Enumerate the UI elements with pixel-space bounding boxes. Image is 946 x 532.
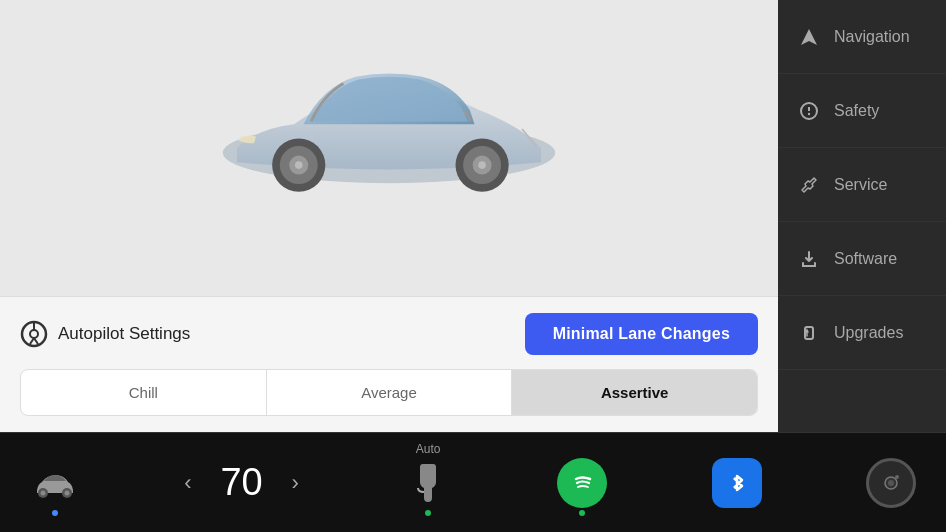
upgrades-icon — [798, 322, 820, 344]
speed-value: 70 — [212, 461, 272, 504]
sidebar-item-service[interactable]: Service — [778, 148, 946, 222]
software-label: Software — [834, 250, 897, 268]
seat-auto-label: Auto — [416, 442, 441, 456]
sidebar-item-upgrades[interactable]: Upgrades — [778, 296, 946, 370]
svg-point-8 — [478, 161, 486, 169]
bluetooth-icon — [712, 458, 762, 508]
sidebar-item-safety[interactable]: Safety — [778, 74, 946, 148]
svg-marker-14 — [801, 29, 817, 45]
car-active-dot — [52, 510, 58, 516]
speed-display: ‹ 70 › — [184, 461, 299, 504]
car-image — [0, 0, 778, 240]
spotify-active-dot — [579, 510, 585, 516]
seat-active-dot — [425, 510, 431, 516]
car-panel: Autopilot Settings Minimal Lane Changes … — [0, 0, 778, 432]
seat-icon — [403, 458, 453, 508]
navigation-label: Navigation — [834, 28, 910, 46]
service-icon — [798, 174, 820, 196]
chill-mode-button[interactable]: Chill — [21, 370, 267, 415]
svg-rect-18 — [805, 327, 813, 339]
sidebar-item-navigation[interactable]: Navigation — [778, 0, 946, 74]
sidebar-item-software[interactable]: Software — [778, 222, 946, 296]
car-svg — [199, 0, 579, 220]
service-label: Service — [834, 176, 887, 194]
svg-line-13 — [34, 338, 38, 344]
speed-increase-button[interactable]: › — [292, 470, 299, 496]
svg-point-24 — [888, 480, 894, 486]
average-mode-button[interactable]: Average — [267, 370, 513, 415]
upgrades-label: Upgrades — [834, 324, 903, 342]
taskbar: ‹ 70 › Auto — [0, 432, 946, 532]
navigation-icon — [798, 26, 820, 48]
taskbar-seat-item[interactable]: Auto — [403, 458, 453, 508]
steering-wheel-icon — [20, 320, 48, 348]
autopilot-title: Autopilot Settings — [58, 324, 190, 344]
taskbar-car-item[interactable] — [30, 458, 80, 508]
svg-point-21 — [41, 490, 46, 495]
autopilot-panel: Autopilot Settings Minimal Lane Changes … — [0, 296, 778, 432]
svg-point-22 — [65, 490, 70, 495]
svg-point-10 — [30, 330, 38, 338]
main-area: Autopilot Settings Minimal Lane Changes … — [0, 0, 946, 432]
software-icon — [798, 248, 820, 270]
taskbar-bluetooth-item[interactable] — [712, 458, 762, 508]
spotify-icon — [557, 458, 607, 508]
svg-point-4 — [295, 161, 303, 169]
safety-label: Safety — [834, 102, 879, 120]
mode-selector: Chill Average Assertive — [20, 369, 758, 416]
minimal-lane-changes-button[interactable]: Minimal Lane Changes — [525, 313, 758, 355]
safety-icon — [798, 100, 820, 122]
speed-decrease-button[interactable]: ‹ — [184, 470, 191, 496]
taskbar-camera-item[interactable] — [866, 458, 916, 508]
svg-point-17 — [808, 112, 810, 114]
autopilot-title-group: Autopilot Settings — [20, 320, 190, 348]
taskbar-spotify-item[interactable] — [557, 458, 607, 508]
car-icon — [30, 458, 80, 508]
camera-icon — [866, 458, 916, 508]
sidebar: Navigation Safety Service — [778, 0, 946, 432]
autopilot-header: Autopilot Settings Minimal Lane Changes — [20, 313, 758, 355]
svg-point-25 — [895, 475, 899, 479]
assertive-mode-button[interactable]: Assertive — [512, 370, 757, 415]
